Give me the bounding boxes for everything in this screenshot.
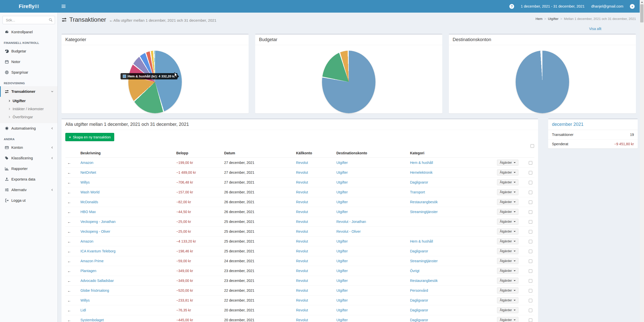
summary-period-link[interactable]: december 2021 [552,122,583,127]
tx-category-link[interactable]: Dagligvaror [410,318,428,322]
sidebar-item-notor[interactable]: Notor [0,56,57,67]
tx-destination-link[interactable]: Revolut - Oliver [336,229,361,233]
actions-dropdown-button[interactable]: Åtgärder [497,248,518,254]
tx-description-link[interactable]: Veckopeng - Oliver [80,229,110,233]
sidebar-subitem-intakter[interactable]: Intäkter / inkomster [0,105,57,113]
sidebar-item-budgetar[interactable]: Budgetar [0,46,57,56]
tx-destination-link[interactable]: Utgifter [336,308,348,312]
actions-dropdown-button[interactable]: Åtgärder [497,189,518,195]
actions-dropdown-button[interactable]: Åtgärder [497,317,518,322]
row-checkbox[interactable] [529,259,532,263]
tx-category-link[interactable]: Streamingtjänster [410,210,438,214]
user-email[interactable]: dhanjel@gmail.com [591,4,623,8]
tx-description-link[interactable]: HBO Max [80,210,96,214]
create-transaction-button[interactable]: + Skapa en ny transaktion [65,133,114,141]
tx-source-link[interactable]: Revolut [296,210,308,214]
sidebar-item-exportera[interactable]: Exportera data [0,174,57,185]
tx-description-link[interactable]: Veckopeng - Jonathan [80,220,115,224]
tx-source-link[interactable]: Revolut [296,190,308,194]
tx-source-link[interactable]: Revolut [296,279,308,283]
tx-category-link[interactable]: Övrigt [410,269,419,273]
tx-description-link[interactable]: McDonalds [80,200,98,204]
tx-source-link[interactable]: Revolut [296,318,308,322]
help-icon[interactable]: ? [509,4,514,9]
actions-dropdown-button[interactable]: Åtgärder [497,268,518,274]
tx-source-link[interactable]: Revolut [296,269,308,273]
tx-destination-link[interactable]: Utgifter [336,269,348,273]
tx-destination-link[interactable]: Utgifter [336,161,348,165]
tx-source-link[interactable]: Revolut [296,249,308,253]
tx-source-link[interactable]: Revolut [296,229,308,233]
tx-description-link[interactable]: Globe frisörsalong [80,288,109,292]
tx-category-link[interactable]: Restaurangbesök [410,200,438,204]
tx-description-link[interactable]: Systembolaget [80,318,104,322]
row-checkbox[interactable] [529,250,532,253]
tx-source-link[interactable]: Revolut [296,170,308,174]
tx-description-link[interactable]: Willys [80,298,90,302]
browser-scrollbar[interactable] [640,0,644,322]
tx-description-link[interactable]: ICA Kvantum Teleborg [80,249,115,253]
tx-category-link[interactable]: Dagligvaror [410,308,428,312]
sidebar-item-automatisering[interactable]: Automatisering [0,123,57,134]
sidebar-item-spargrisar[interactable]: Spargrisar [0,67,57,78]
tx-destination-link[interactable]: Utgifter [336,249,348,253]
tx-destination-link[interactable]: Utgifter [336,170,348,174]
row-checkbox[interactable] [529,279,532,283]
row-checkbox[interactable] [529,289,532,292]
actions-dropdown-button[interactable]: Åtgärder [497,228,518,235]
actions-dropdown-button[interactable]: Åtgärder [497,160,518,166]
visa-allt-link[interactable]: Visa allt [589,27,601,31]
tx-source-link[interactable]: Revolut [296,288,308,292]
tx-destination-link[interactable]: Utgifter [336,318,348,322]
row-checkbox[interactable] [529,220,532,224]
tx-category-link[interactable]: Transport [410,190,425,194]
row-checkbox[interactable] [529,161,532,165]
tx-destination-link[interactable]: Utgifter [336,200,348,204]
actions-dropdown-button[interactable]: Åtgärder [497,199,518,205]
hamburger-menu-icon[interactable] [58,0,69,13]
sidebar-item-klassificering[interactable]: Klassificering [0,153,57,163]
add-circle-icon[interactable]: + [630,4,635,9]
tx-source-link[interactable]: Revolut [296,308,308,312]
row-checkbox[interactable] [529,210,532,214]
actions-dropdown-button[interactable]: Åtgärder [497,209,518,215]
tx-description-link[interactable]: Lidl [80,308,86,312]
sidebar-item-konton[interactable]: Konton [0,142,57,153]
tx-category-link[interactable]: Hem & hushåll [410,239,433,243]
tx-description-link[interactable]: Advocado Salladsbar [80,279,114,283]
tx-destination-link[interactable]: Utgifter [336,259,348,263]
tx-description-link[interactable]: Amazon Prime [80,259,104,263]
tx-category-link[interactable]: Streamingtjänster [410,259,438,263]
tx-destination-link[interactable]: Utgifter [336,279,348,283]
tx-category-link[interactable]: Dagligvaror [410,180,428,184]
row-checkbox[interactable] [529,200,532,204]
search-icon[interactable] [49,18,53,22]
tx-destination-link[interactable]: Utgifter [336,239,348,243]
tx-destination-link[interactable]: Utgifter [336,210,348,214]
tx-description-link[interactable]: Plantagen [80,269,96,273]
tx-category-link[interactable]: Personvård [410,288,428,292]
tx-description-link[interactable]: NetOnNet [80,170,96,174]
tx-description-link[interactable]: Willys [80,180,90,184]
tx-source-link[interactable]: Revolut [296,180,308,184]
sidebar-subitem-utgifter[interactable]: Utgifter [0,97,57,105]
tx-destination-link[interactable]: Utgifter [336,288,348,292]
tx-category-link[interactable]: Dagligvaror [410,249,428,253]
actions-dropdown-button[interactable]: Åtgärder [497,297,518,303]
row-checkbox[interactable] [529,230,532,233]
tx-source-link[interactable]: Revolut [296,220,308,224]
breadcrumb-utgifter[interactable]: Utgifter [548,17,559,21]
tx-description-link[interactable]: Wash World [80,190,99,194]
kategorier-pie-chart[interactable] [128,51,182,113]
tx-category-link[interactable]: Hemelektronik [410,170,432,174]
tx-category-link[interactable]: Hem & hushåll [410,161,433,165]
tx-destination-link[interactable]: Utgifter [336,190,348,194]
actions-dropdown-button[interactable]: Åtgärder [497,179,518,185]
actions-dropdown-button[interactable]: Åtgärder [497,307,518,313]
destinationskonton-pie-chart[interactable] [516,51,569,113]
row-checkbox[interactable] [529,191,532,194]
row-checkbox[interactable] [529,181,532,184]
tx-description-link[interactable]: Amazon [80,239,93,243]
row-checkbox[interactable] [529,269,532,273]
date-range[interactable]: 1 december, 2021 - 31 december, 2021 [521,4,584,8]
